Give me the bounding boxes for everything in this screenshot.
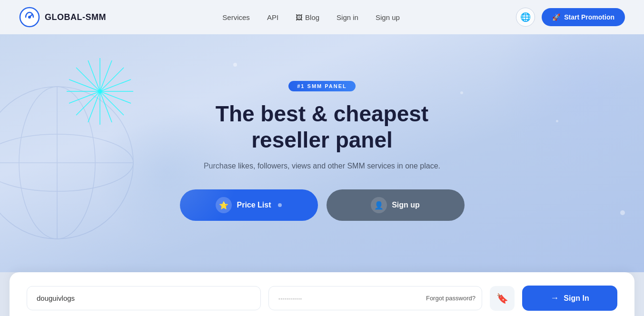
nav-right: 🌐 🚀 Start Promotion <box>516 8 625 27</box>
navbar: GLOBAL-SMM Services API 🖼 Blog Sign in S… <box>0 0 644 34</box>
price-list-button[interactable]: ⭐ Price List <box>180 189 318 221</box>
svg-line-16 <box>100 60 112 91</box>
language-button[interactable]: 🌐 <box>516 8 535 27</box>
nav-signin[interactable]: Sign in <box>337 13 358 21</box>
svg-line-22 <box>100 91 112 122</box>
nav-blog[interactable]: 🖼 Blog <box>296 13 319 21</box>
bookmark-icon: 🔖 <box>496 293 508 304</box>
nav-signup[interactable]: Sign up <box>376 13 400 21</box>
nav-api[interactable]: API <box>267 13 278 21</box>
svg-line-18 <box>69 91 100 103</box>
signin-icon: → <box>550 293 559 303</box>
nav-links: Services API 🖼 Blog Sign in Sign up <box>222 13 400 21</box>
svg-line-15 <box>88 60 100 91</box>
rocket-icon: 🚀 <box>552 13 560 21</box>
hero-title: The best & cheapest reseller panel <box>216 101 428 153</box>
svg-point-1 <box>28 16 31 19</box>
hero-section: #1 SMM PANEL The best & cheapest reselle… <box>0 34 644 272</box>
price-dot <box>278 203 282 207</box>
svg-line-11 <box>76 68 100 91</box>
svg-line-13 <box>100 68 124 91</box>
hero-buttons: ⭐ Price List 👤 Sign up <box>180 189 465 221</box>
star-icon: ⭐ <box>216 197 232 213</box>
firework-decoration <box>62 53 138 129</box>
svg-line-20 <box>100 91 131 103</box>
svg-point-23 <box>98 89 102 93</box>
nav-services[interactable]: Services <box>222 13 250 21</box>
logo-link[interactable]: GLOBAL-SMM <box>19 7 106 28</box>
dot-4 <box>556 120 558 122</box>
image-icon: 🖼 <box>296 13 303 21</box>
hero-title-line2: reseller panel <box>251 128 393 152</box>
svg-line-19 <box>100 79 131 91</box>
user-icon: 👤 <box>371 197 387 213</box>
brand-name: GLOBAL-SMM <box>45 12 106 22</box>
svg-line-17 <box>69 79 100 91</box>
bookmark-button[interactable]: 🔖 <box>490 286 515 311</box>
dot-2 <box>460 91 463 94</box>
hero-signup-button[interactable]: 👤 Sign up <box>327 189 465 221</box>
hero-subtitle: Purchase likes, followers, views and oth… <box>204 162 440 170</box>
svg-line-14 <box>76 91 100 115</box>
dot-1 <box>233 63 237 67</box>
signin-button[interactable]: → Sign In <box>522 286 617 311</box>
hero-title-line1: The best & cheapest <box>216 101 428 126</box>
dot-3 <box>620 210 625 215</box>
svg-line-12 <box>100 91 124 115</box>
logo-icon <box>19 7 40 28</box>
signin-section: Forgot password? 🔖 → Sign In <box>10 272 634 316</box>
svg-line-21 <box>88 91 100 122</box>
password-wrap: Forgot password? <box>268 286 483 310</box>
forgot-password-link[interactable]: Forgot password? <box>426 295 476 302</box>
start-promotion-button[interactable]: 🚀 Start Promotion <box>542 8 625 26</box>
hero-badge: #1 SMM PANEL <box>288 81 355 91</box>
globe-icon: 🌐 <box>520 12 531 22</box>
username-input[interactable] <box>27 286 261 310</box>
